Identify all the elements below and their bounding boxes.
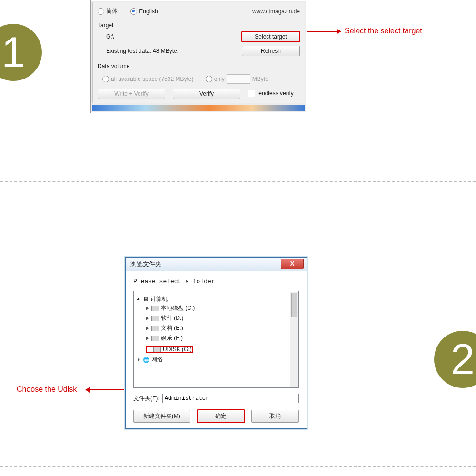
website-url: www.ctmagazin.de (252, 8, 300, 15)
expand-icon (138, 358, 140, 362)
expand-icon (137, 297, 141, 301)
new-folder-button[interactable]: 新建文件夹(M) (133, 410, 190, 423)
radio-only: only MByte (206, 74, 268, 84)
step-1-badge: 1 (0, 24, 42, 81)
radio-all-space-label: all available space (7532 MByte) (111, 76, 193, 82)
tree-node-drive-e[interactable]: 文档 (E:) (146, 324, 183, 332)
mbyte-input (227, 74, 250, 84)
tree-label: 软件 (D:) (161, 314, 183, 322)
tree-node-drive-f[interactable]: 娱乐 (F:) (146, 334, 183, 342)
radio-english-label: English (139, 8, 158, 15)
folder-tree[interactable]: 计算机 本地磁盘 (C:) 软件 (D:) 文档 (E:) 娱乐 (F:) UD… (133, 291, 299, 388)
expand-icon (146, 337, 149, 340)
folder-field-label: 文件夹(F): (133, 395, 159, 403)
tree-node-drive-d[interactable]: 软件 (D:) (146, 314, 183, 322)
radio-only-label: only (214, 76, 225, 82)
divider-2 (0, 466, 476, 467)
endless-verify-checkbox[interactable]: endless verify (248, 90, 294, 97)
radio-all-space: all available space (7532 MByte) (102, 76, 193, 82)
radio-dot-icon (130, 8, 137, 15)
tree-node-network[interactable]: 网络 (138, 356, 163, 364)
target-group-title: Target (98, 22, 300, 29)
browse-folder-dialog: 浏览文件夹 X Please select a folder 计算机 本地磁盘 … (125, 257, 307, 429)
cancel-button[interactable]: 取消 (251, 410, 299, 423)
tree-label: 计算机 (150, 295, 168, 303)
step-2-badge: 2 (434, 331, 476, 388)
drive-icon (151, 326, 159, 331)
drive-icon (151, 336, 159, 341)
h2testw-window: 简体 English www.ctmagazin.de Target G:\ S… (90, 0, 307, 113)
endless-verify-label: endless verify (258, 90, 293, 97)
radio-dot-icon (98, 8, 104, 15)
data-volume-group-title: Data volume (98, 63, 300, 69)
existing-test-data: Existing test data: 48 MByte. (98, 44, 178, 58)
tree-label: 娱乐 (F:) (161, 334, 183, 342)
dialog-instruction: Please select a folder (133, 278, 299, 285)
radio-dot-icon (206, 76, 212, 82)
expand-icon (146, 317, 149, 320)
window-border-strip (92, 105, 305, 111)
tree-node-computer[interactable]: 计算机 (138, 295, 168, 303)
divider-1 (0, 181, 476, 182)
tree-label: 文档 (E:) (161, 324, 183, 332)
expand-icon (146, 307, 149, 310)
tree-label: UDISK (G:) (163, 346, 192, 353)
dialog-title: 浏览文件夹 (130, 260, 161, 268)
select-target-button[interactable]: Select target (242, 31, 300, 42)
drive-icon (153, 347, 161, 352)
tree-node-drive-g-udisk[interactable]: UDISK (G:) (146, 346, 193, 353)
mbyte-suffix: MByte (252, 76, 268, 82)
radio-chinese[interactable]: 简体 (98, 7, 118, 15)
computer-icon (143, 296, 149, 303)
language-row: 简体 English www.ctmagazin.de (98, 6, 300, 20)
radio-dot-icon (102, 76, 109, 82)
tree-node-drive-c[interactable]: 本地磁盘 (C:) (146, 304, 195, 312)
drive-icon (151, 306, 159, 311)
close-button[interactable]: X (281, 259, 304, 269)
tree-label: 本地磁盘 (C:) (161, 304, 195, 312)
radio-english[interactable]: English (129, 8, 159, 15)
refresh-button[interactable]: Refresh (242, 46, 300, 56)
network-icon (143, 357, 149, 363)
folder-input[interactable] (162, 394, 299, 403)
drive-icon (151, 316, 159, 321)
target-path: G:\ (98, 33, 114, 40)
vertical-scrollbar[interactable] (290, 292, 298, 387)
annotation-1: Select the select target (345, 27, 422, 35)
checkbox-icon (248, 90, 255, 97)
titlebar: 浏览文件夹 X (126, 258, 307, 271)
tree-label: 网络 (151, 356, 163, 364)
verify-button[interactable]: Verify (173, 89, 240, 99)
ok-button[interactable]: 确定 (197, 410, 245, 423)
scrollbar-thumb[interactable] (291, 293, 297, 317)
annotation-2: Choose the Udisk (17, 385, 77, 394)
expand-icon (146, 327, 149, 330)
radio-chinese-label: 简体 (106, 7, 118, 15)
write-verify-button: Write + Verify (98, 89, 165, 99)
